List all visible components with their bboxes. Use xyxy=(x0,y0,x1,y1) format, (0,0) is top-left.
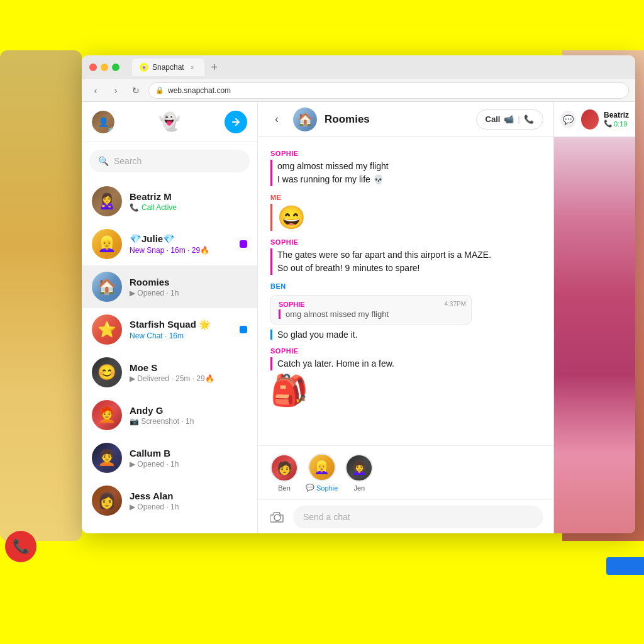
quote-time: 4:37PM xyxy=(445,301,466,308)
user-avatar[interactable]: 👤 ⚙️ xyxy=(92,111,114,133)
phone-call-icon: 📞 xyxy=(524,114,534,124)
sidebar-header: 👤 ⚙️ 👻 xyxy=(82,102,257,142)
snapchat-favicon: 👻 xyxy=(140,63,148,72)
sender-label-sophie-2: SOPHIE xyxy=(270,238,541,246)
browser-tab-snapchat[interactable]: 👻 Snapchat × xyxy=(132,58,204,76)
message-text-3: The gates were so far apart and this air… xyxy=(270,248,541,275)
new-tab-button[interactable]: + xyxy=(207,60,222,75)
chat-name-roomies: Roomies xyxy=(130,277,247,287)
chat-info-julie: 💎Julie💎 New Snap · 16m · 29🔥 xyxy=(130,233,232,255)
chat-name-beatriz: Beatriz M xyxy=(130,191,247,202)
chat-info-beatriz: Beatriz M 📞 Call Active xyxy=(130,191,247,212)
bg-left-panel xyxy=(0,50,82,541)
message-4: BEN SOPHIE omg almost missed my flight 4… xyxy=(270,282,541,340)
video-person xyxy=(554,276,635,534)
call-panel-info: Beatriz 📞 0:19 xyxy=(604,111,629,128)
unread-badge-julie xyxy=(240,240,247,248)
chat-name-julie: 💎Julie💎 xyxy=(130,233,232,245)
message-3: SOPHIE The gates were so far apart and t… xyxy=(270,238,541,275)
call-button[interactable]: Call 📹 | 📞 xyxy=(476,109,543,130)
back-button[interactable]: ‹ xyxy=(268,111,286,128)
avatar-julie: 👱‍♀️ xyxy=(92,229,122,259)
call-duration: 📞 0:19 xyxy=(604,119,629,128)
sender-label-me: ME xyxy=(270,194,541,201)
blue-action-button[interactable] xyxy=(606,557,644,575)
video-call-icon: 📹 xyxy=(504,114,514,124)
back-nav-button[interactable]: ‹ xyxy=(88,83,103,98)
search-icon: 🔍 xyxy=(98,156,109,166)
chat-item-julie[interactable]: 👱‍♀️ 💎Julie💎 New Snap · 16m · 29🔥 xyxy=(82,223,257,265)
search-bar[interactable]: 🔍 Search xyxy=(89,150,250,172)
participant-name-jen: Jen xyxy=(353,484,365,492)
ssl-lock-icon: 🔒 xyxy=(155,86,164,94)
url-text: web.snapchat.com xyxy=(168,86,231,95)
participant-name-ben: Ben xyxy=(278,484,291,492)
participant-ben: 🧑 Ben xyxy=(270,454,298,492)
chat-status-jess: ▶ Opened · 1h xyxy=(130,502,247,511)
minimize-window-button[interactable] xyxy=(101,64,108,71)
camera-button[interactable] xyxy=(268,508,287,526)
message-5: SOPHIE Catch ya later. Home in a few. 🎒 xyxy=(270,347,541,408)
chat-status-julie: New Snap · 16m · 29🔥 xyxy=(130,246,232,255)
chat-info-roomies: Roomies ▶ Opened · 1h xyxy=(130,277,247,297)
unread-badge-starfish xyxy=(240,326,247,333)
chat-item-moe[interactable]: 😊 Moe S ▶ Delivered · 25m · 29🔥 xyxy=(82,351,257,394)
call-label: Call xyxy=(486,114,501,124)
chat-header: ‹ 🏠 Roomies Call 📹 | 📞 xyxy=(258,102,553,137)
call-panel-header: 💬 Beatriz 📞 0:19 xyxy=(554,102,635,137)
tab-area: 👻 Snapchat × + xyxy=(132,58,628,76)
ben-reply-text: So glad you made it. xyxy=(270,330,541,340)
avatar-roomies: 🏠 xyxy=(92,272,122,302)
chat-info-jess: Jess Alan ▶ Opened · 1h xyxy=(130,491,247,511)
sophie-typing-indicator: 💬 Sophie xyxy=(306,484,338,492)
participant-avatar-sophie: 👱‍♀️ xyxy=(308,453,336,481)
messages-area: SOPHIE omg almost missed my flightI was … xyxy=(258,137,553,445)
chat-header-actions: Call 📹 | 📞 xyxy=(476,109,543,130)
close-window-button[interactable] xyxy=(89,64,97,71)
input-bar xyxy=(258,499,553,533)
chat-name-starfish: Starfish Squad 🌟 xyxy=(130,319,232,330)
chat-status-roomies: ▶ Opened · 1h xyxy=(130,289,247,297)
quote-sender-label: SOPHIE xyxy=(279,301,464,308)
chat-input[interactable] xyxy=(293,506,543,528)
divider: | xyxy=(518,114,520,124)
chat-item-andy[interactable]: 🧑‍🦰 Andy G 📷 Screenshot · 1h xyxy=(82,394,257,436)
chat-info-starfish: Starfish Squad 🌟 New Chat · 16m xyxy=(130,319,232,340)
chat-item-callum[interactable]: 🧑‍🦱 Callum B ▶ Opened · 1h xyxy=(82,436,257,479)
chat-item-beatriz[interactable]: 🙎‍♀️ Beatriz M 📞 Call Active xyxy=(82,180,257,223)
sender-label-sophie-1: SOPHIE xyxy=(270,150,541,157)
chat-name-andy: Andy G xyxy=(130,405,247,416)
participant-name-sophie: Sophie xyxy=(316,484,338,492)
forward-nav-button[interactable]: › xyxy=(108,83,123,98)
quote-text: omg almost missed my flight xyxy=(279,309,464,319)
message-text-1: omg almost missed my flightI was running… xyxy=(270,160,541,186)
call-end-button[interactable]: 📞 xyxy=(5,531,36,562)
chat-item-jess[interactable]: 👩 Jess Alan ▶ Opened · 1h xyxy=(82,479,257,522)
avatar-callum: 🧑‍🦱 xyxy=(92,443,122,473)
call-panel-name: Beatriz xyxy=(604,111,629,119)
browser-window: 👻 Snapchat × + ‹ › ↻ 🔒 web.snapchat.com … xyxy=(82,55,635,533)
chat-item-starfish[interactable]: ⭐ Starfish Squad 🌟 New Chat · 16m xyxy=(82,308,257,351)
sticker-message: 🎒 xyxy=(270,373,541,408)
chat-item-roomies[interactable]: 🏠 Roomies ▶ Opened · 1h xyxy=(82,265,257,308)
participant-avatar-ben: 🧑 xyxy=(270,454,298,482)
avatar-andy: 🧑‍🦰 xyxy=(92,400,122,430)
message-2: ME 😄 xyxy=(270,194,541,231)
refresh-nav-button[interactable]: ↻ xyxy=(128,83,143,98)
chat-info-callum: Callum B ▶ Opened · 1h xyxy=(130,448,247,469)
app-content: 👤 ⚙️ 👻 🔍 Search xyxy=(82,102,635,533)
tab-close-button[interactable]: × xyxy=(188,63,197,72)
compose-button[interactable] xyxy=(225,111,247,133)
chat-name-jess: Jess Alan xyxy=(130,491,247,501)
search-placeholder: Search xyxy=(114,156,142,166)
fullscreen-window-button[interactable] xyxy=(112,64,119,71)
snapchat-ghost-logo: 👻 xyxy=(158,111,180,132)
chat-status-andy: 📷 Screenshot · 1h xyxy=(130,417,247,426)
chat-status-callum: ▶ Opened · 1h xyxy=(130,460,247,469)
chat-info-moe: Moe S ▶ Delivered · 25m · 29🔥 xyxy=(130,362,247,383)
browser-toolbar: ‹ › ↻ 🔒 web.snapchat.com xyxy=(82,79,635,102)
video-feed xyxy=(554,137,635,533)
chat-icon-button[interactable]: 💬 xyxy=(560,111,576,128)
address-bar[interactable]: 🔒 web.snapchat.com xyxy=(148,82,629,99)
participants-bar: 🧑 Ben 👱‍♀️ 💬 Sophie 👩‍🦱 xyxy=(258,445,553,499)
